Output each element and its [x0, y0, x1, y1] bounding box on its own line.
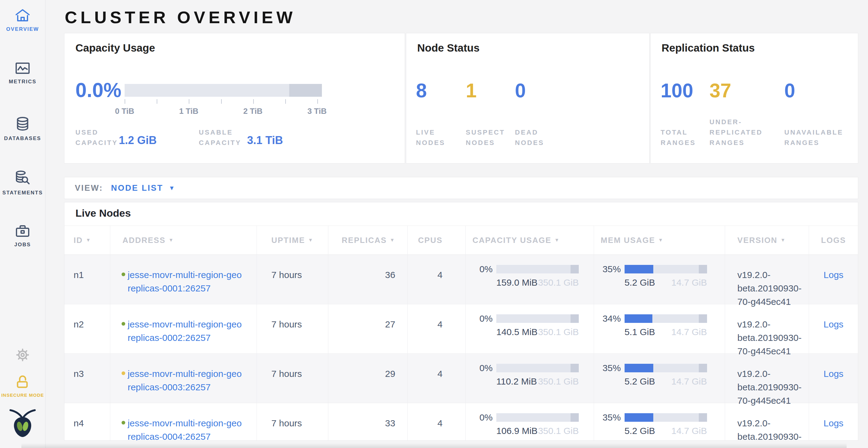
replicas-cell: 36: [328, 255, 408, 304]
insecure-mode-indicator[interactable]: INSECURE MODE: [0, 374, 45, 398]
column-header-id[interactable]: ID▼: [64, 226, 110, 255]
cpus-cell: 4: [408, 255, 466, 304]
node-address-link[interactable]: jesse-movr-multi-region-georeplicas-0001…: [128, 268, 250, 295]
gauge-tick: [189, 99, 189, 104]
settings-gear-button[interactable]: [0, 348, 45, 363]
capacity-gauge: [125, 84, 322, 97]
table-row: n2jesse-movr-multi-region-georeplicas-00…: [64, 304, 858, 354]
usage-used-value: 110.2 MiB: [496, 377, 537, 386]
usage-used-value: 106.9 MiB: [496, 426, 537, 436]
usage-total-value: 350.1 GiB: [538, 278, 579, 287]
green-status-dot-icon: [122, 273, 125, 276]
usage-percent-label: 35%: [601, 413, 621, 422]
sort-descending-icon: ▼: [390, 237, 395, 243]
node-address-link[interactable]: jesse-movr-multi-region-georeplicas-0004…: [128, 417, 250, 441]
sidebar-item-label: OVERVIEW: [0, 26, 45, 32]
logs-link[interactable]: Logs: [824, 369, 843, 379]
usage-used-value: 159.0 MiB: [496, 278, 537, 287]
table-row: n3jesse-movr-multi-region-georeplicas-00…: [64, 354, 858, 403]
stat-label: DEADNODES: [515, 127, 544, 148]
metrics-icon: [15, 62, 30, 76]
stat-label: TOTALRANGES: [661, 127, 696, 148]
usable-capacity-label: USABLECAPACITY: [199, 127, 241, 148]
usage-bar: [625, 364, 707, 372]
column-header-mem-usage[interactable]: MEM USAGE▼: [594, 226, 725, 255]
logs-link[interactable]: Logs: [824, 270, 843, 280]
cockroachdb-logo[interactable]: [0, 408, 45, 440]
statements-icon: [15, 170, 30, 187]
logs-cell: Logs: [809, 354, 858, 403]
sidebar-item-statements[interactable]: STATEMENTS: [0, 170, 45, 196]
logs-link[interactable]: Logs: [824, 319, 843, 329]
usage-bar-fill: [625, 413, 654, 422]
usage-total-value: 14.7 GiB: [671, 377, 707, 386]
sort-descending-icon: ▼: [780, 237, 786, 243]
live-nodes-panel: Live Nodes ID▼ADDRESS▼UPTIME▼REPLICAS▼CP…: [64, 202, 858, 441]
logs-link[interactable]: Logs: [824, 418, 843, 428]
sidebar: OVERVIEWMETRICSDATABASESSTATEMENTSJOBS I…: [0, 0, 45, 448]
node-address-link[interactable]: jesse-movr-multi-region-georeplicas-0003…: [128, 367, 250, 394]
usage-percent-label: 0%: [472, 413, 493, 422]
used-capacity-value: 1.2 GiB: [119, 134, 157, 147]
node-id-cell: n4: [64, 403, 110, 441]
stat-value: 0: [784, 81, 795, 100]
chevron-down-icon: ▼: [169, 185, 176, 192]
jobs-icon: [15, 224, 30, 239]
sidebar-item-label: JOBS: [0, 242, 45, 248]
address-cell: jesse-movr-multi-region-georeplicas-0001…: [110, 255, 257, 304]
capacity-usage-cell: 0%140.5 MiB350.1 GiB: [466, 304, 594, 354]
sidebar-item-overview[interactable]: OVERVIEW: [0, 8, 45, 32]
address-cell: jesse-movr-multi-region-georeplicas-0004…: [110, 403, 257, 441]
node-id-cell: n1: [64, 255, 110, 304]
cpus-cell: 4: [408, 304, 466, 354]
column-header-address[interactable]: ADDRESS▼: [110, 226, 257, 255]
column-header-capacity-usage[interactable]: CAPACITY USAGE▼: [466, 226, 594, 255]
gauge-tick-label: 2 TiB: [238, 106, 268, 116]
view-dropdown[interactable]: NODE LIST ▼: [111, 183, 176, 193]
stat-value: 100: [661, 81, 693, 100]
usage-total-value: 14.7 GiB: [671, 426, 707, 436]
usage-used-value: 5.2 GiB: [625, 426, 655, 436]
memory-usage-cell: 34%5.1 GiB14.7 GiB: [594, 304, 725, 354]
uptime-cell: 7 hours: [257, 304, 329, 354]
node-address-link[interactable]: jesse-movr-multi-region-georeplicas-0002…: [128, 318, 250, 345]
table-header-row: ID▼ADDRESS▼UPTIME▼REPLICAS▼CPUSCAPACITY …: [64, 226, 858, 255]
column-header-replicas[interactable]: REPLICAS▼: [328, 226, 408, 255]
gauge-tick-label: 1 TiB: [174, 106, 204, 116]
gauge-tick: [157, 99, 157, 104]
stat-value: 8: [416, 81, 427, 100]
sidebar-item-databases[interactable]: DATABASES: [0, 116, 45, 142]
stat-label: UNDER-REPLICATEDRANGES: [710, 117, 763, 148]
usage-percent-label: 35%: [601, 265, 621, 274]
usage-bar-reserved-segment: [699, 413, 707, 422]
stat-value: 0: [515, 81, 526, 100]
capacity-usage-card: Capacity Usage 0.0% 0 TiB 1 TiB 2 TiB 3 …: [64, 33, 405, 164]
usage-used-value: 5.1 GiB: [625, 328, 655, 337]
usage-bar-fill: [625, 314, 653, 323]
usage-bar: [496, 265, 579, 273]
capacity-usage-cell: 0%106.9 MiB350.1 GiB: [466, 403, 594, 441]
version-cell: v19.2.0-beta.20190930-70-g445ec41: [725, 255, 809, 304]
column-header-version[interactable]: VERSION▼: [725, 226, 809, 255]
sidebar-item-jobs[interactable]: JOBS: [0, 224, 45, 248]
gauge-tick: [125, 99, 125, 104]
stat-label: SUSPECTNODES: [466, 127, 505, 148]
usage-bar: [496, 413, 579, 422]
usage-bar-reserved-segment: [699, 314, 707, 323]
usage-bar-reserved-segment: [570, 364, 579, 372]
usage-bar: [496, 364, 579, 372]
uptime-cell: 7 hours: [257, 354, 329, 403]
address-cell: jesse-movr-multi-region-georeplicas-0002…: [110, 304, 257, 354]
sidebar-item-metrics[interactable]: METRICS: [0, 62, 45, 85]
usage-used-value: 5.2 GiB: [625, 377, 655, 386]
column-header-uptime[interactable]: UPTIME▼: [257, 226, 329, 255]
logs-cell: Logs: [809, 403, 858, 441]
table-row: n4jesse-movr-multi-region-georeplicas-00…: [64, 403, 858, 441]
page-title: CLUSTER OVERVIEW: [65, 7, 296, 27]
usage-bar: [496, 314, 579, 323]
gear-icon: [16, 358, 30, 363]
usage-bar-reserved-segment: [570, 265, 579, 273]
node-status-card: Node Status 8LIVENODES1SUSPECTNODES0DEAD…: [406, 33, 650, 164]
sort-descending-icon: ▼: [308, 237, 314, 243]
home-icon: [15, 8, 30, 23]
